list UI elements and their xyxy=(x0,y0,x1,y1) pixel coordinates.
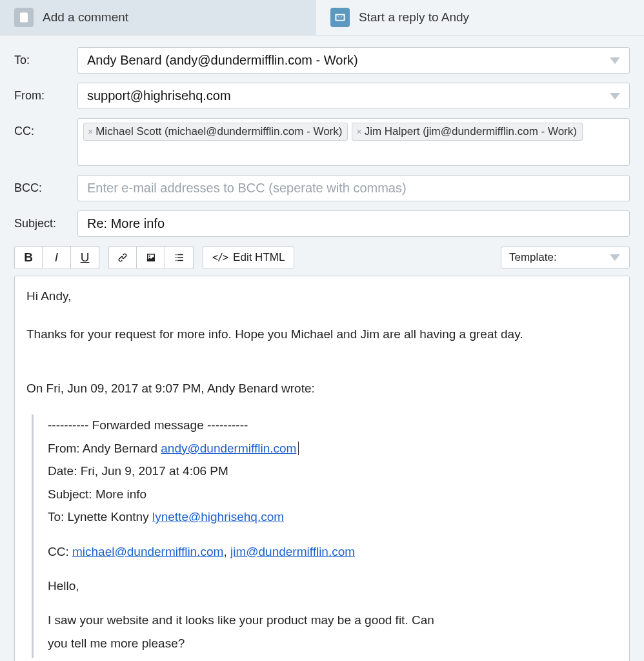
cc-tag[interactable]: × Jim Halpert (jim@dundermifflin.com - W… xyxy=(352,123,583,141)
fwd-header: ---------- Forwarded message ---------- xyxy=(48,416,618,434)
bcc-label: BCC: xyxy=(14,175,71,195)
subject-label: Subject: xyxy=(14,210,71,230)
subject-input[interactable] xyxy=(77,210,630,237)
from-label: From: xyxy=(14,83,71,103)
bcc-input[interactable] xyxy=(77,175,630,201)
link-icon xyxy=(117,252,128,263)
template-label: Template: xyxy=(509,251,557,263)
fwd-cc-email-link[interactable]: jim@dundermifflin.com xyxy=(230,545,355,558)
quote-intro: On Fri, Jun 09, 2017 at 9:07 PM, Andy Be… xyxy=(26,379,618,398)
chevron-down-icon xyxy=(610,93,620,99)
editor-toolbar: B I U </> Edit HTML Template: xyxy=(0,243,644,276)
image-icon xyxy=(145,252,157,263)
chevron-down-icon xyxy=(610,57,620,64)
insert-group xyxy=(108,246,194,269)
envelope-icon xyxy=(330,8,350,27)
quoted-message: ---------- Forwarded message ---------- … xyxy=(32,414,618,658)
remove-tag-icon[interactable]: × xyxy=(88,127,93,136)
quoted-hello: Hello, xyxy=(48,576,618,595)
chevron-down-icon xyxy=(610,254,620,261)
fwd-to: To: Lynette Kontny lynette@highrisehq.co… xyxy=(48,507,618,526)
text-cursor xyxy=(298,442,299,455)
remove-tag-icon[interactable]: × xyxy=(356,127,361,136)
list-icon xyxy=(174,252,185,263)
fwd-cc: CC: michael@dundermifflin.com, jim@dunde… xyxy=(48,542,618,561)
italic-button[interactable]: I xyxy=(43,246,71,269)
edit-html-label: Edit HTML xyxy=(233,251,285,264)
fwd-subject: Subject: More info xyxy=(48,485,618,503)
fwd-from-email-link[interactable]: andy@dundermifflin.com xyxy=(161,442,296,455)
compose-form: To: Andy Benard (andy@dundermifflin.com … xyxy=(0,36,644,243)
quoted-body: I saw your website and it looks like you… xyxy=(48,611,618,629)
from-value: support@highrisehq.com xyxy=(87,88,231,103)
from-select[interactable]: support@highrisehq.com xyxy=(77,83,630,109)
compose-tabs: Add a comment Start a reply to Andy xyxy=(0,0,644,36)
bold-button[interactable]: B xyxy=(14,246,43,269)
tab-start-reply-label: Start a reply to Andy xyxy=(359,10,469,25)
tab-add-comment-label: Add a comment xyxy=(43,10,128,25)
cc-tag[interactable]: × Michael Scott (michael@dundermifflin.c… xyxy=(83,123,348,141)
cc-label: CC: xyxy=(14,118,71,138)
link-button[interactable] xyxy=(108,246,137,269)
body-line: Thanks for your request for more info. H… xyxy=(26,325,618,343)
edit-html-button[interactable]: </> Edit HTML xyxy=(203,246,294,269)
cc-tag-label: Michael Scott (michael@dundermifflin.com… xyxy=(96,125,342,138)
quoted-body: you tell me more please? xyxy=(48,634,618,653)
list-button[interactable] xyxy=(165,246,194,269)
fwd-date: Date: Fri, Jun 9, 2017 at 4:06 PM xyxy=(48,462,618,480)
fwd-cc-email-link[interactable]: michael@dundermifflin.com xyxy=(72,545,223,558)
fwd-from: From: Andy Bernard andy@dundermifflin.co… xyxy=(48,439,618,458)
to-value: Andy Benard (andy@dundermifflin.com - Wo… xyxy=(87,53,358,67)
comment-icon xyxy=(14,8,34,27)
email-body-editor[interactable]: Hi Andy, Thanks for your request for mor… xyxy=(14,276,630,661)
tab-start-reply[interactable]: Start a reply to Andy xyxy=(316,0,632,35)
underline-button[interactable]: U xyxy=(71,246,99,269)
to-select[interactable]: Andy Benard (andy@dundermifflin.com - Wo… xyxy=(77,47,630,74)
tab-add-comment[interactable]: Add a comment xyxy=(0,0,316,35)
code-icon: </> xyxy=(212,252,228,263)
cc-input[interactable]: × Michael Scott (michael@dundermifflin.c… xyxy=(77,118,630,166)
template-select[interactable]: Template: xyxy=(501,247,630,269)
fwd-to-email-link[interactable]: lynette@highrisehq.com xyxy=(152,510,284,524)
text-format-group: B I U xyxy=(14,246,99,269)
to-label: To: xyxy=(14,47,71,67)
image-button[interactable] xyxy=(137,246,165,269)
body-greeting: Hi Andy, xyxy=(26,287,618,305)
cc-tag-label: Jim Halpert (jim@dundermifflin.com - Wor… xyxy=(365,125,577,138)
